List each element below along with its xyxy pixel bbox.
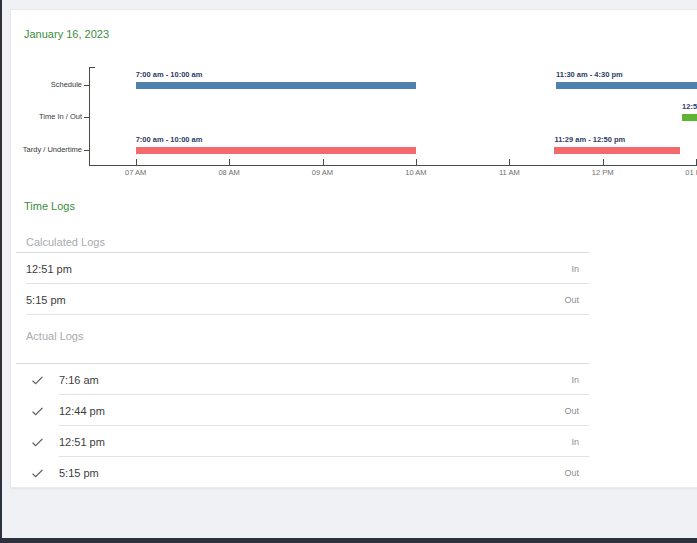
log-row: 7:16 amIn — [16, 364, 589, 395]
log-row: 12:51 pmIn — [16, 426, 589, 457]
check-icon — [31, 435, 44, 448]
log-row: 12:51 pmIn — [16, 253, 589, 284]
log-time: 7:16 am — [59, 374, 99, 386]
log-section-title: Calculated Logs — [16, 232, 589, 253]
window-edge-left — [0, 0, 2, 543]
x-axis-tick-label: 10 AM — [394, 168, 438, 177]
log-section-title: Actual Logs — [16, 315, 589, 364]
log-direction: In — [571, 375, 579, 385]
x-axis-tick-mark — [323, 159, 324, 165]
log-row: 5:15 pmOut — [16, 457, 589, 488]
log-time: 5:15 pm — [26, 294, 66, 306]
log-section: Actual Logs7:16 amIn12:44 pmOut12:51 pmI… — [16, 315, 589, 488]
chart-bar-label: 11:30 am - 4:30 pm — [556, 70, 623, 79]
x-axis-tick-label: 08 AM — [207, 168, 251, 177]
log-time: 5:15 pm — [59, 467, 99, 479]
chart-bar-label: 11:29 am - 12:50 pm — [554, 135, 625, 144]
x-axis-tick-label: 09 AM — [301, 168, 345, 177]
chart-bar — [556, 82, 697, 89]
time-logs-sections: Calculated Logs12:51 pmIn5:15 pmOutActua… — [16, 232, 589, 488]
chart-row-label: Tardy / Undertime — [11, 145, 82, 154]
date-header: January 16, 2023 — [24, 28, 109, 40]
log-direction: Out — [564, 468, 579, 478]
chart-bar — [136, 147, 416, 154]
window-edge-bottom — [0, 538, 697, 543]
x-axis-tick-mark — [603, 159, 604, 165]
log-section: Calculated Logs12:51 pmIn5:15 pmOut — [16, 232, 589, 315]
log-direction: In — [571, 264, 579, 274]
chart-bar-label: 7:00 am - 10:00 am — [136, 70, 203, 79]
x-axis-tick-label: 11 AM — [487, 168, 531, 177]
log-direction: In — [571, 437, 579, 447]
x-axis-tick-mark — [136, 159, 137, 165]
log-row: 12:44 pmOut — [16, 395, 589, 426]
y-axis-line — [89, 67, 90, 165]
check-icon — [31, 466, 44, 479]
y-axis-row-tick — [84, 117, 89, 118]
check-icon — [31, 373, 44, 386]
y-axis-top-tick — [89, 67, 95, 68]
x-axis-tick-label: 01 PM — [674, 168, 697, 177]
log-time: 12:51 pm — [59, 436, 105, 448]
x-axis-tick-mark — [416, 159, 417, 165]
chart-row-label: Time In / Out — [11, 112, 82, 121]
x-axis-tick-label: 07 AM — [114, 168, 158, 177]
y-axis-row-tick — [84, 150, 89, 151]
chart-bar — [136, 82, 416, 89]
check-icon — [31, 404, 44, 417]
x-axis-tick-mark — [509, 159, 510, 165]
chart-bar-label: 12:51 pm - 5:15 pm — [682, 102, 697, 111]
time-logs-title: Time Logs — [24, 200, 75, 212]
attendance-page: { "header": { "date": "January 16, 2023"… — [0, 0, 697, 543]
log-time: 12:51 pm — [26, 263, 72, 275]
chart-bar — [554, 147, 680, 154]
log-direction: Out — [564, 295, 579, 305]
x-axis-tick-mark — [229, 159, 230, 165]
log-direction: Out — [564, 406, 579, 416]
x-axis-line — [89, 165, 697, 166]
log-time: 12:44 pm — [59, 405, 105, 417]
attendance-card: January 16, 2023 07 AM08 AM09 AM10 AM11 … — [10, 9, 697, 488]
timeline-chart: 07 AM08 AM09 AM10 AM11 AM12 PM01 PMSched… — [11, 54, 697, 196]
chart-bar — [682, 114, 697, 121]
y-axis-row-tick — [84, 85, 89, 86]
x-axis-tick-label: 12 PM — [581, 168, 625, 177]
chart-bar-label: 7:00 am - 10:00 am — [136, 135, 203, 144]
log-row: 5:15 pmOut — [16, 284, 589, 315]
chart-row-label: Schedule — [11, 80, 82, 89]
